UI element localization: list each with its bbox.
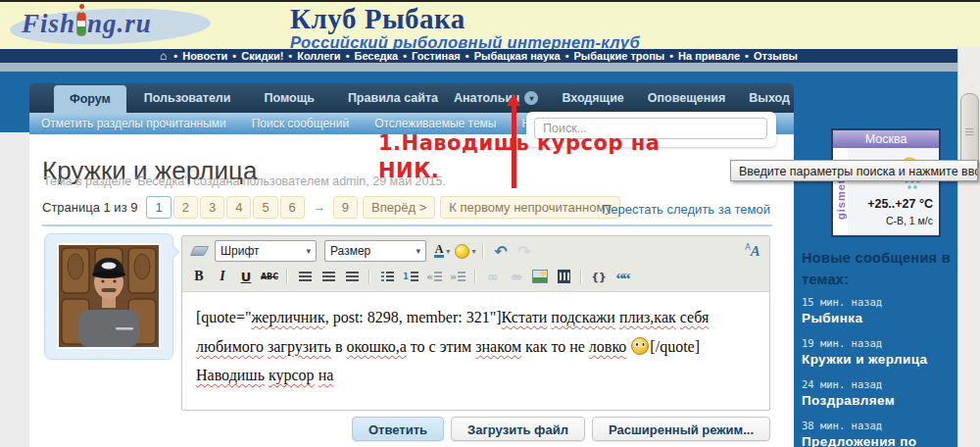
pagination-label: Страница 1 из 9: [42, 200, 137, 215]
tab[interactable]: Форум: [54, 85, 126, 113]
align-left-icon[interactable]: [294, 267, 316, 286]
topnav-link[interactable]: Отзывы: [740, 50, 798, 62]
font-size-select[interactable]: Размер: [324, 240, 426, 262]
editor-toolbar: Шрифт Размер: [182, 236, 769, 292]
font-color-icon[interactable]: [431, 241, 453, 261]
page-button[interactable]: 3: [200, 196, 224, 219]
arrow-shaft: [512, 106, 516, 188]
tab[interactable]: Правила сайта: [332, 83, 454, 113]
tab[interactable]: Помощь: [248, 83, 329, 113]
avatar[interactable]: [57, 243, 161, 349]
pagination-gap-arrow[interactable]: →: [310, 200, 328, 215]
message-topic-link[interactable]: Кружки и жерлица: [802, 352, 958, 367]
align-center-icon[interactable]: [318, 267, 339, 286]
fishing-float-icon: [76, 12, 86, 36]
home-icon[interactable]: ⌂: [160, 49, 167, 63]
logo-text: Fishng.ru: [22, 9, 152, 39]
tab[interactable]: Выход: [725, 83, 790, 113]
media-icon[interactable]: [553, 267, 574, 286]
page-button[interactable]: 2: [173, 196, 198, 219]
topnav-link[interactable]: На привале: [664, 50, 740, 62]
subnav-link[interactable]: Отслеживаемые темы: [374, 117, 496, 130]
topnav-link[interactable]: Рыбацкая наука: [461, 50, 561, 62]
topnav-link[interactable]: Беседка: [341, 50, 399, 62]
topnav-link[interactable]: Рыбацкие тропы: [561, 50, 665, 62]
topnav-link[interactable]: Новости: [169, 50, 227, 62]
remove-format-icon[interactable]: [188, 241, 210, 261]
reply-button[interactable]: Ответить: [352, 417, 444, 441]
topnav-link[interactable]: Скидки!: [227, 50, 283, 62]
page-button[interactable]: 5: [253, 196, 277, 219]
font-family-select[interactable]: Шрифт: [215, 240, 317, 262]
list-bullet-icon[interactable]: [376, 267, 398, 286]
site-logo[interactable]: Fishng.ru: [10, 5, 220, 46]
bold-icon[interactable]: [188, 267, 210, 286]
editor-text-segment: курсор: [269, 367, 315, 383]
undo-icon[interactable]: [490, 241, 512, 261]
bbcode-icon[interactable]: [742, 241, 763, 261]
indent-icon[interactable]: [447, 267, 468, 286]
unlink-icon[interactable]: [506, 267, 527, 286]
tab[interactable]: Оповещения: [624, 83, 725, 113]
list-numbered-icon[interactable]: [400, 267, 421, 286]
tab[interactable]: Пользователи: [128, 83, 247, 113]
editor-text-segment: плиз,как: [619, 309, 676, 325]
new-messages-title: Новые сообщения в темах:: [802, 247, 951, 291]
editor-text-segment: окошко,а: [346, 338, 406, 355]
editor-text-segment: себя: [680, 309, 710, 325]
first-unread-button[interactable]: К первому непрочитанному: [440, 196, 620, 219]
redo-icon[interactable]: [514, 241, 535, 261]
advanced-mode-button[interactable]: Расширенный режим...: [592, 417, 770, 441]
toolbar-separator: [368, 269, 370, 284]
editor-text-segment: знаком: [475, 338, 521, 355]
italic-icon[interactable]: [212, 267, 233, 286]
forum-tab-bar: ФорумПользователиПомощьПравила сайта Ана…: [29, 83, 794, 113]
user-account-menu[interactable]: Анатольич ▾: [454, 91, 538, 105]
last-page-button[interactable]: 9: [333, 196, 358, 219]
tab[interactable]: Входящие: [538, 83, 623, 113]
toolbar-separator: [482, 243, 484, 259]
topnav-link[interactable]: Гостиная: [398, 50, 461, 62]
page-button[interactable]: 4: [226, 196, 251, 219]
message-time: 15 мин. назад: [802, 296, 958, 308]
weather-widget[interactable]: Москва gismeteo +25..+27 °C С-В, 1 м/с: [831, 128, 941, 237]
strike-icon[interactable]: [259, 267, 280, 286]
unfollow-thread-link[interactable]: Перестать следить за темой: [602, 202, 770, 217]
message-time: 38 мин. назад: [802, 420, 958, 431]
quote-icon[interactable]: [612, 267, 633, 286]
upload-file-button[interactable]: Загрузить файл: [451, 417, 585, 441]
page-button[interactable]: 1: [146, 196, 171, 219]
underline-icon[interactable]: [235, 267, 257, 286]
editor-actions: Ответить Загрузить файл Расширенный режи…: [181, 417, 770, 441]
page-button[interactable]: 6: [280, 196, 305, 219]
editor-text-segment: Кстати: [502, 309, 548, 325]
outdent-icon[interactable]: [423, 267, 445, 286]
editor-text-segment: то с этим: [407, 338, 475, 355]
sidebar-message-item: 19 мин. назад Кружки и жерлица: [802, 337, 958, 367]
top-navigation: ⌂ НовостиСкидки!КоллегиБеседкаГостинаяРы…: [0, 49, 957, 63]
chevron-down-icon[interactable]: ▾: [524, 91, 538, 105]
code-icon[interactable]: [588, 267, 610, 286]
message-topic-link[interactable]: Предложения по сайту: [802, 434, 958, 447]
next-page-button[interactable]: Вперёд >: [363, 196, 435, 219]
page-scrollbar[interactable]: [957, 47, 980, 447]
link-icon[interactable]: [482, 267, 504, 286]
subnav-link[interactable]: Отметить разделы прочитанными: [41, 117, 226, 130]
embarrassed-smiley-icon: [631, 337, 649, 355]
smiley-picker-icon[interactable]: [455, 241, 476, 261]
weather-city: Москва: [833, 130, 939, 148]
message-topic-link[interactable]: Рыбинка: [802, 311, 958, 325]
editor-text-segment: любимого: [196, 338, 264, 355]
tutorial-arrow: [507, 93, 521, 188]
toolbar-separator: [286, 269, 288, 284]
message-topic-link[interactable]: Поздравляем: [802, 393, 958, 408]
editor-text-segment: подскажи: [551, 309, 615, 325]
editor-text-segment: [/quote]: [650, 338, 700, 355]
subnav-link[interactable]: Поиск сообщений: [252, 117, 349, 130]
topnav-link[interactable]: Коллеги: [283, 50, 340, 62]
sidebar-message-item: 38 мин. назад Предложения по сайту: [802, 420, 958, 447]
editor-content[interactable]: [quote="жерличник, post: 8298, member: 3…: [182, 292, 769, 401]
align-right-icon[interactable]: [341, 267, 363, 286]
editor-text-segment: [quote=": [196, 309, 251, 325]
image-icon[interactable]: [529, 267, 551, 286]
